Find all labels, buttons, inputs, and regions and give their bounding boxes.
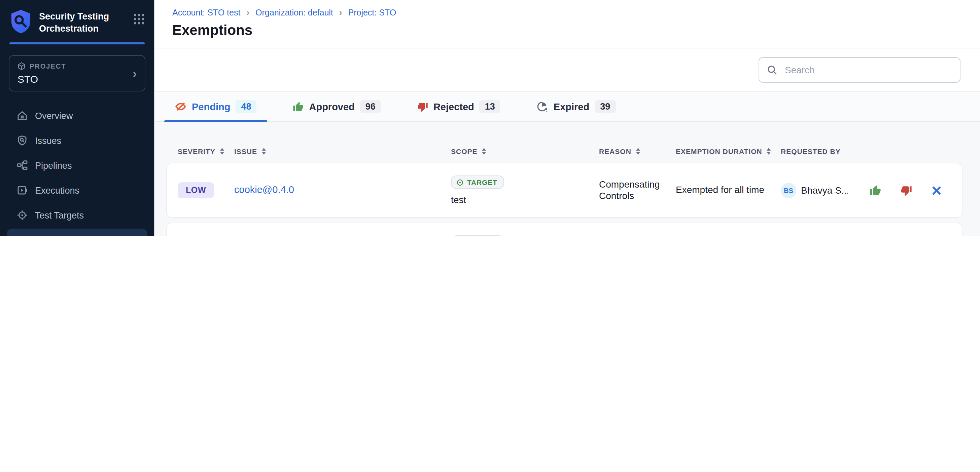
breadcrumb-project[interactable]: Project: STO	[348, 8, 396, 17]
scope-type-label: TARGET	[467, 178, 497, 186]
exemption-duration-text: Exempted for all time	[676, 185, 781, 196]
target-icon	[457, 179, 464, 186]
reason-text: Compensating Controls	[599, 179, 676, 202]
thumbs-down-icon	[417, 101, 428, 112]
home-icon	[17, 110, 28, 121]
avatar: BS	[781, 182, 796, 198]
sidebar: Security Testing Orchestration PROJECT S…	[0, 0, 155, 236]
app-window: Security Testing Orchestration PROJECT S…	[0, 0, 980, 236]
tab-rejected[interactable]: Rejected 13	[407, 92, 511, 121]
search-input[interactable]	[783, 64, 952, 76]
thumbs-up-icon	[293, 101, 304, 112]
play-square-icon	[17, 185, 28, 196]
tab-approved[interactable]: Approved 96	[282, 92, 391, 121]
scope-name: test	[451, 194, 466, 205]
dismiss-button[interactable]	[932, 185, 942, 195]
search-icon	[767, 65, 777, 75]
column-header-exemption-duration[interactable]: EXEMPTION DURATION	[676, 147, 781, 155]
scope-badge: TARGET	[451, 176, 504, 189]
approve-button[interactable]	[870, 185, 881, 196]
column-header-issue[interactable]: ISSUE	[234, 147, 451, 155]
tab-expired[interactable]: Expired 39	[526, 92, 626, 121]
sidebar-item-issues[interactable]: Issues	[7, 129, 147, 152]
sidebar-item-overview[interactable]: Overview	[7, 104, 147, 127]
table-row: LOW cookie@0.4.0 TARGET test Compensatin…	[167, 163, 962, 217]
column-header-reason[interactable]: REASON	[599, 147, 676, 155]
clock-expired-icon	[537, 101, 548, 112]
requested-by-name: Bhavya S...	[801, 185, 848, 196]
target-crosshair-icon	[17, 210, 28, 220]
sidebar-item-label: Issues	[35, 135, 61, 146]
sort-icon	[767, 148, 771, 155]
main-content: Account: STO test › Organization: defaul…	[155, 0, 980, 236]
page-header: Account: STO test › Organization: defaul…	[155, 0, 980, 48]
tab-label: Expired	[554, 101, 589, 112]
exemptions-table: SEVERITY ISSUE SCOPE REASON EXEMPTION DU…	[155, 122, 980, 236]
sidebar-item-label: Executions	[35, 185, 80, 195]
table-row: MEDIUM json5@2.2.0: Prototype Pollution …	[167, 223, 962, 236]
tab-count-badge: 48	[235, 100, 256, 113]
sidebar-item-label: Test Targets	[35, 210, 84, 220]
reject-button[interactable]	[900, 185, 912, 196]
breadcrumb: Account: STO test › Organization: defaul…	[172, 7, 961, 17]
issue-link[interactable]: cookie@0.4.0	[234, 183, 451, 198]
tab-count-badge: 39	[595, 100, 616, 113]
shield-search-icon	[17, 135, 28, 146]
breadcrumb-account[interactable]: Account: STO test	[172, 8, 240, 17]
page-title: Exemptions	[172, 22, 961, 38]
thumbs-up-icon	[870, 185, 881, 196]
sidebar-item-executions[interactable]: Executions	[7, 179, 147, 202]
tab-label: Pending	[192, 101, 230, 112]
breadcrumb-separator: ›	[339, 7, 342, 17]
sort-icon	[220, 148, 224, 155]
sidebar-item-label: Exemptions	[35, 235, 83, 236]
eye-off-icon	[17, 234, 28, 236]
column-header-scope[interactable]: SCOPE	[451, 147, 599, 155]
sort-icon	[262, 148, 266, 155]
sidebar-header: Security Testing Orchestration	[0, 0, 154, 40]
cube-icon	[18, 62, 25, 71]
tab-count-badge: 96	[360, 100, 381, 113]
tab-pending[interactable]: Pending 48	[164, 92, 267, 121]
close-icon	[932, 185, 942, 195]
tab-label: Rejected	[433, 101, 474, 112]
table-header-row: SEVERITY ISSUE SCOPE REASON EXEMPTION DU…	[167, 147, 962, 155]
sidebar-item-label: Pipelines	[35, 160, 72, 170]
tab-bar: Pending 48 Approved 96 Rejected 13	[155, 92, 980, 122]
breadcrumb-organization[interactable]: Organization: default	[255, 8, 333, 17]
sto-shield-logo	[10, 9, 32, 34]
chevron-right-icon: ›	[133, 68, 137, 79]
sidebar-item-label: Overview	[35, 111, 73, 121]
scope-badge: TARGET	[451, 235, 504, 236]
search-box	[759, 57, 961, 83]
column-header-severity[interactable]: SEVERITY	[178, 147, 234, 155]
sidebar-item-test-targets[interactable]: Test Targets	[7, 204, 147, 226]
tab-count-badge: 13	[480, 100, 500, 113]
app-title: Security Testing Orchestration	[39, 9, 127, 34]
sidebar-item-exemptions[interactable]: Exemptions	[7, 229, 147, 236]
sort-icon	[636, 148, 640, 155]
toolbar	[155, 48, 980, 92]
module-accent-bar	[10, 42, 145, 44]
eye-off-icon	[175, 101, 186, 112]
sidebar-item-pipelines[interactable]: Pipelines	[7, 154, 147, 177]
tab-label: Approved	[309, 101, 355, 112]
sidebar-nav: Overview Issues Pipelines	[0, 102, 154, 236]
project-selector[interactable]: PROJECT STO ›	[9, 55, 145, 92]
module-grid-icon[interactable]	[133, 13, 145, 25]
thumbs-down-icon	[900, 185, 912, 196]
breadcrumb-separator: ›	[247, 7, 250, 17]
project-selector-value: STO	[18, 73, 133, 85]
project-selector-label: PROJECT	[30, 63, 66, 70]
pipeline-icon	[17, 160, 28, 171]
requested-by-cell: BS Bhavya S...	[781, 182, 848, 198]
column-header-requested-by: REQUESTED BY	[781, 147, 848, 155]
sort-icon	[482, 148, 486, 155]
severity-badge: LOW	[178, 182, 214, 198]
